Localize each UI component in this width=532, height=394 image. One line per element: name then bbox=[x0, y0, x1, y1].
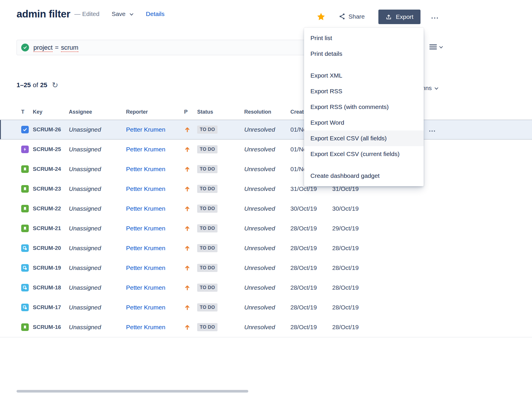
menu-item-export-excel-csv-current-fields[interactable]: Export Excel CSV (current fields) bbox=[304, 146, 424, 162]
issuetype-subtask-icon bbox=[21, 244, 29, 252]
share-icon bbox=[339, 13, 346, 20]
horizontal-scrollbar-thumb[interactable] bbox=[17, 390, 248, 393]
assignee: Unassigned bbox=[67, 185, 124, 192]
reporter-link[interactable]: Petter Krumen bbox=[124, 284, 180, 291]
issuetype-story-icon bbox=[21, 205, 29, 212]
menu-item-export-excel-csv-all-fields[interactable]: Export Excel CSV (all fields) bbox=[304, 130, 424, 146]
column-header-key[interactable]: Key bbox=[30, 109, 67, 115]
issue-row-scrum-26[interactable]: SCRUM-26UnassignedPetter KrumenTO DOUnre… bbox=[0, 120, 532, 139]
status-badge: TO DO bbox=[197, 185, 218, 193]
updated-date: 30/Oct/19 bbox=[329, 205, 371, 212]
favorite-star-button[interactable] bbox=[317, 12, 326, 22]
assignee: Unassigned bbox=[67, 205, 124, 212]
header-more-button[interactable] bbox=[432, 15, 433, 20]
jql-operator: = bbox=[55, 44, 59, 51]
created-date: 28/Oct/19 bbox=[287, 324, 329, 331]
menu-item-create-dashboard-gadget[interactable]: Create dashboard gadget bbox=[304, 168, 424, 184]
reporter-link[interactable]: Petter Krumen bbox=[124, 126, 180, 133]
count-total: 25 bbox=[40, 81, 47, 89]
created-date: 28/Oct/19 bbox=[287, 264, 329, 271]
export-menu: Print listPrint detailsExport XMLExport … bbox=[304, 28, 424, 186]
issue-key[interactable]: SCRUM-25 bbox=[30, 146, 67, 153]
issuetype-story-icon bbox=[21, 185, 29, 193]
resolution: Unresolved bbox=[241, 126, 287, 133]
reporter-link[interactable]: Petter Krumen bbox=[124, 324, 180, 331]
menu-item-export-rss-with-comments[interactable]: Export RSS (with comments) bbox=[304, 99, 424, 115]
issue-key[interactable]: SCRUM-19 bbox=[30, 265, 67, 271]
reporter-link[interactable]: Petter Krumen bbox=[124, 225, 180, 232]
chevron-down-icon bbox=[439, 45, 443, 49]
issue-key[interactable]: SCRUM-23 bbox=[30, 186, 67, 192]
status-badge: TO DO bbox=[197, 303, 218, 311]
issue-row-scrum-19[interactable]: SCRUM-19UnassignedPetter KrumenTO DOUnre… bbox=[0, 258, 532, 278]
menu-item-export-rss[interactable]: Export RSS bbox=[304, 83, 424, 99]
issue-key[interactable]: SCRUM-16 bbox=[30, 324, 67, 330]
reporter-link[interactable]: Petter Krumen bbox=[124, 245, 180, 252]
menu-item-export-xml[interactable]: Export XML bbox=[304, 68, 424, 83]
issuetype-task-icon bbox=[21, 126, 29, 133]
list-view-switcher-button[interactable] bbox=[429, 44, 442, 50]
column-header-assignee[interactable]: Assignee bbox=[67, 109, 124, 115]
reporter-link[interactable]: Petter Krumen bbox=[124, 185, 180, 192]
save-button[interactable]: Save bbox=[112, 10, 132, 17]
reporter-link[interactable]: Petter Krumen bbox=[124, 205, 180, 212]
issue-key[interactable]: SCRUM-18 bbox=[30, 284, 67, 291]
column-header-p[interactable]: P bbox=[180, 109, 193, 115]
issue-key[interactable]: SCRUM-26 bbox=[30, 126, 67, 133]
issue-row-scrum-18[interactable]: SCRUM-18UnassignedPetter KrumenTO DOUnre… bbox=[0, 278, 532, 298]
issue-row-scrum-25[interactable]: SCRUM-25UnassignedPetter KrumenTO DOUnre… bbox=[0, 139, 532, 159]
created-date: 30/Oct/19 bbox=[287, 205, 329, 212]
menu-item-print-details[interactable]: Print details bbox=[304, 46, 424, 62]
resolution: Unresolved bbox=[241, 205, 287, 212]
column-header-t[interactable]: T bbox=[17, 109, 30, 115]
issue-row-scrum-20[interactable]: SCRUM-20UnassignedPetter KrumenTO DOUnre… bbox=[0, 238, 532, 258]
status-badge: TO DO bbox=[197, 323, 218, 331]
reporter-link[interactable]: Petter Krumen bbox=[124, 304, 180, 311]
assignee: Unassigned bbox=[67, 225, 124, 232]
issue-row-scrum-23[interactable]: SCRUM-23UnassignedPetter KrumenTO DOUnre… bbox=[0, 179, 532, 199]
menu-item-print-list[interactable]: Print list bbox=[304, 30, 424, 46]
column-header-resolution[interactable]: Resolution bbox=[241, 109, 287, 115]
priority-up-icon bbox=[184, 324, 193, 330]
status-badge: TO DO bbox=[197, 145, 218, 153]
issue-key[interactable]: SCRUM-21 bbox=[30, 225, 67, 232]
assignee: Unassigned bbox=[67, 264, 124, 271]
count-range: 1–25 bbox=[17, 81, 31, 89]
issue-key[interactable]: SCRUM-20 bbox=[30, 245, 67, 251]
priority-up-icon bbox=[184, 245, 193, 251]
menu-item-export-word[interactable]: Export Word bbox=[304, 115, 424, 130]
menu-group: Create dashboard gadget bbox=[304, 168, 424, 184]
reporter-link[interactable]: Petter Krumen bbox=[124, 166, 180, 173]
row-more-button[interactable] bbox=[429, 126, 430, 133]
priority-up-icon bbox=[184, 205, 193, 212]
chevron-down-icon[interactable] bbox=[130, 12, 134, 15]
updated-date: 31/Oct/19 bbox=[329, 185, 371, 192]
resolution: Unresolved bbox=[241, 284, 287, 291]
reporter-link[interactable]: Petter Krumen bbox=[124, 264, 180, 271]
page-title: admin filter bbox=[17, 8, 70, 20]
export-button[interactable]: Export bbox=[378, 10, 420, 24]
star-icon bbox=[317, 12, 326, 21]
resolution: Unresolved bbox=[241, 304, 287, 311]
edited-label: — Edited bbox=[74, 10, 99, 17]
column-header-reporter[interactable]: Reporter bbox=[124, 109, 180, 115]
table-header-row: TKeyAssigneeReporterPStatusResolutionCre… bbox=[0, 104, 532, 120]
issue-key[interactable]: SCRUM-22 bbox=[30, 205, 67, 212]
column-header-status[interactable]: Status bbox=[193, 109, 241, 115]
refresh-icon[interactable]: ↻ bbox=[52, 81, 58, 89]
reporter-link[interactable]: Petter Krumen bbox=[124, 146, 180, 153]
issue-row-scrum-17[interactable]: SCRUM-17UnassignedPetter KrumenTO DOUnre… bbox=[0, 298, 532, 317]
issue-key[interactable]: SCRUM-17 bbox=[30, 304, 67, 311]
issue-row-scrum-22[interactable]: SCRUM-22UnassignedPetter KrumenTO DOUnre… bbox=[0, 199, 532, 219]
issue-key[interactable]: SCRUM-24 bbox=[30, 166, 67, 172]
issue-row-scrum-21[interactable]: SCRUM-21UnassignedPetter KrumenTO DOUnre… bbox=[0, 219, 532, 238]
issuetype-story-icon bbox=[21, 323, 29, 331]
issue-row-scrum-16[interactable]: SCRUM-16UnassignedPetter KrumenTO DOUnre… bbox=[0, 317, 532, 337]
share-button[interactable]: Share bbox=[339, 13, 365, 20]
jql-query-text: project=scrum bbox=[33, 44, 78, 51]
details-link[interactable]: Details bbox=[146, 10, 164, 17]
updated-date: 28/Oct/19 bbox=[329, 264, 371, 271]
status-badge: TO DO bbox=[197, 264, 218, 272]
priority-up-icon bbox=[184, 284, 193, 291]
issue-row-scrum-24[interactable]: SCRUM-24UnassignedPetter KrumenTO DOUnre… bbox=[0, 159, 532, 179]
